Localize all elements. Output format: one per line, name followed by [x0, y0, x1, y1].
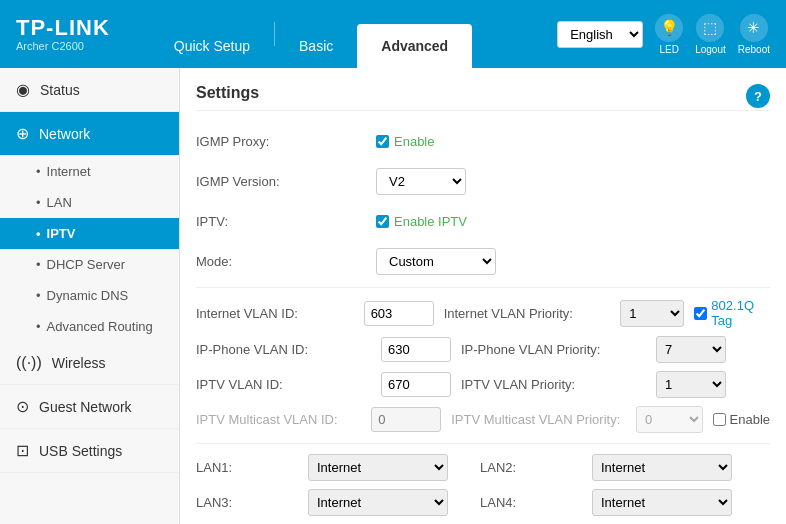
logout-icon: ⬚ [696, 14, 724, 42]
sidebar-sub-dhcp-server[interactable]: DHCP Server [0, 249, 179, 280]
iptv-vlan-priority-select[interactable]: 01234567 [656, 371, 726, 398]
logout-label: Logout [695, 44, 726, 55]
iptv-multicast-vlan-id-label: IPTV Multicast VLAN ID: [196, 412, 361, 427]
sidebar-sub-iptv[interactable]: IPTV [0, 218, 179, 249]
nav-tabs: Quick Setup Basic Advanced [150, 0, 472, 68]
main-content: Settings ? IGMP Proxy: Enable IGMP Versi… [180, 68, 786, 524]
sidebar-item-guest-network[interactable]: ⊙ Guest Network [0, 385, 179, 429]
internet-vlan-id-input[interactable] [364, 301, 434, 326]
lan4-label: LAN4: [480, 495, 580, 510]
led-button[interactable]: 💡 LED [655, 14, 683, 55]
lan1-label: LAN1: [196, 460, 296, 475]
guest-network-icon: ⊙ [16, 397, 29, 416]
sidebar-sub-label: DHCP Server [47, 257, 126, 272]
reboot-button[interactable]: ✳ Reboot [738, 14, 770, 55]
iptv-multicast-enable-wrap[interactable]: Enable [713, 412, 770, 427]
igmp-proxy-control: Enable [376, 134, 434, 149]
iptv-multicast-vlan-row: IPTV Multicast VLAN ID: IPTV Multicast V… [196, 406, 770, 433]
internet-vlan-tag-label: 802.1Q Tag [711, 298, 770, 328]
sidebar-sub-lan[interactable]: LAN [0, 187, 179, 218]
igmp-version-control: V2 V3 [376, 168, 466, 195]
sidebar-item-usb-settings[interactable]: ⊡ USB Settings [0, 429, 179, 473]
sidebar-sub-label: LAN [47, 195, 72, 210]
sidebar-sub-dynamic-dns[interactable]: Dynamic DNS [0, 280, 179, 311]
igmp-proxy-row: IGMP Proxy: Enable [196, 127, 770, 155]
sidebar-item-label: Network [39, 126, 90, 142]
reboot-label: Reboot [738, 44, 770, 55]
iptv-label: IPTV: [196, 214, 376, 229]
iptv-vlan-row: IPTV VLAN ID: IPTV VLAN Priority: 012345… [196, 371, 770, 398]
tab-advanced[interactable]: Advanced [357, 24, 472, 68]
ipphone-vlan-row: IP-Phone VLAN ID: IP-Phone VLAN Priority… [196, 336, 770, 363]
mode-row: Mode: Custom Bridge [196, 247, 770, 275]
internet-vlan-tag-checkbox[interactable] [694, 307, 707, 320]
sidebar-item-label: Guest Network [39, 399, 132, 415]
ipphone-vlan-priority-label: IP-Phone VLAN Priority: [461, 342, 646, 357]
lan4-select[interactable]: InternetIPTVIP-PhoneLAN [592, 489, 732, 516]
iptv-multicast-enable-label: Enable [730, 412, 770, 427]
igmp-version-select[interactable]: V2 V3 [376, 168, 466, 195]
iptv-multicast-vlan-priority-label: IPTV Multicast VLAN Priority: [451, 412, 626, 427]
mode-select[interactable]: Custom Bridge [376, 248, 496, 275]
divider [196, 287, 770, 288]
sidebar-sub-label: IPTV [47, 226, 76, 241]
led-label: LED [659, 44, 678, 55]
page-title: Settings [196, 84, 770, 111]
iptv-vlan-priority-label: IPTV VLAN Priority: [461, 377, 646, 392]
wireless-icon: ((·)) [16, 354, 42, 372]
ipphone-vlan-id-input[interactable] [381, 337, 451, 362]
status-icon: ◉ [16, 80, 30, 99]
tab-quick-setup[interactable]: Quick Setup [150, 24, 274, 68]
internet-vlan-row: Internet VLAN ID: Internet VLAN Priority… [196, 298, 770, 328]
help-button[interactable]: ? [746, 84, 770, 108]
mode-control: Custom Bridge [376, 248, 496, 275]
internet-vlan-priority-label: Internet VLAN Priority: [444, 306, 611, 321]
sidebar-sub-label: Internet [47, 164, 91, 179]
iptv-multicast-vlan-id-input [371, 407, 441, 432]
igmp-proxy-label: IGMP Proxy: [196, 134, 376, 149]
sidebar-sub-advanced-routing[interactable]: Advanced Routing [0, 311, 179, 342]
igmp-proxy-text: Enable [394, 134, 434, 149]
header: TP-LINK Archer C2600 Quick Setup Basic A… [0, 0, 786, 68]
iptv-multicast-vlan-priority-select: 0 [636, 406, 703, 433]
lan3-label: LAN3: [196, 495, 296, 510]
reboot-icon: ✳ [740, 14, 768, 42]
igmp-proxy-checkbox[interactable] [376, 135, 389, 148]
sidebar-item-label: Wireless [52, 355, 106, 371]
sidebar-sub-label: Advanced Routing [47, 319, 153, 334]
iptv-checkbox[interactable] [376, 215, 389, 228]
sidebar-item-network[interactable]: ⊕ Network [0, 112, 179, 156]
header-right: English Chinese 💡 LED ⬚ Logout ✳ Reboot [557, 14, 770, 55]
sidebar-item-status[interactable]: ◉ Status [0, 68, 179, 112]
logo: TP-LINK Archer C2600 [16, 16, 110, 52]
sidebar-sub-internet[interactable]: Internet [0, 156, 179, 187]
internet-vlan-priority-select[interactable]: 01234567 [620, 300, 684, 327]
internet-vlan-tag-wrap[interactable]: 802.1Q Tag [694, 298, 770, 328]
network-icon: ⊕ [16, 124, 29, 143]
lan3-select[interactable]: InternetIPTVIP-PhoneLAN [308, 489, 448, 516]
tab-basic[interactable]: Basic [275, 24, 357, 68]
ipphone-vlan-priority-select[interactable]: 01234567 [656, 336, 726, 363]
model-name: Archer C2600 [16, 40, 110, 52]
sidebar-item-label: Status [40, 82, 80, 98]
sidebar-item-wireless[interactable]: ((·)) Wireless [0, 342, 179, 385]
iptv-text: Enable IPTV [394, 214, 467, 229]
ipphone-vlan-id-label: IP-Phone VLAN ID: [196, 342, 371, 357]
lan2-label: LAN2: [480, 460, 580, 475]
sidebar: ◉ Status ⊕ Network Internet LAN IPTV DHC… [0, 68, 180, 524]
sidebar-item-label: USB Settings [39, 443, 122, 459]
igmp-version-label: IGMP Version: [196, 174, 376, 189]
igmp-version-row: IGMP Version: V2 V3 [196, 167, 770, 195]
iptv-vlan-id-input[interactable] [381, 372, 451, 397]
lan2-select[interactable]: InternetIPTVIP-PhoneLAN [592, 454, 732, 481]
language-select[interactable]: English Chinese [557, 21, 643, 48]
layout: ◉ Status ⊕ Network Internet LAN IPTV DHC… [0, 68, 786, 524]
logout-button[interactable]: ⬚ Logout [695, 14, 726, 55]
iptv-vlan-id-label: IPTV VLAN ID: [196, 377, 371, 392]
sidebar-sub-label: Dynamic DNS [47, 288, 129, 303]
lan1-select[interactable]: InternetIPTVIP-PhoneLAN [308, 454, 448, 481]
internet-vlan-id-label: Internet VLAN ID: [196, 306, 354, 321]
iptv-multicast-enable-checkbox[interactable] [713, 413, 726, 426]
iptv-row: IPTV: Enable IPTV [196, 207, 770, 235]
lan-ports-grid: LAN1: InternetIPTVIP-PhoneLAN LAN2: Inte… [196, 454, 770, 516]
